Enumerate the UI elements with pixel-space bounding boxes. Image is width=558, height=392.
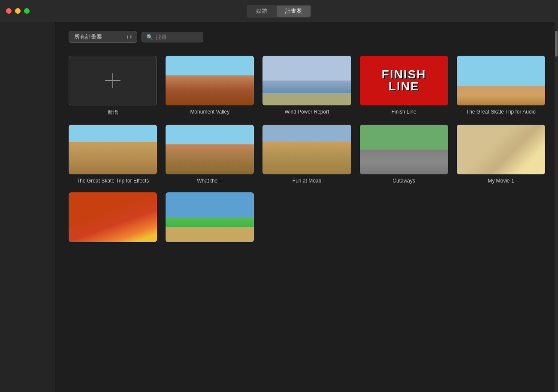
- main-content: 所有計畫案 ⬆⬇ 🔍 新增 Monument Val: [0, 22, 558, 392]
- finish-text-line1: FINISH: [382, 69, 426, 81]
- minimize-button[interactable]: [15, 8, 21, 14]
- scrollbar-thumb[interactable]: [555, 31, 558, 57]
- new-project-label: 新增: [108, 109, 118, 116]
- projects-grid: 新增 Monument Valley Wind Power Report: [69, 56, 545, 245]
- dropdown-arrow-icon: ⬆⬇: [126, 35, 133, 39]
- finish-text-line2: LINE: [389, 81, 419, 93]
- cutaways-label: Cutaways: [392, 178, 415, 184]
- skate-effects-thumbnail[interactable]: [69, 125, 157, 174]
- skate-audio-thumbnail[interactable]: [457, 56, 545, 105]
- fun-moab-thumbnail[interactable]: [262, 125, 351, 174]
- wind-power-thumbnail[interactable]: [262, 56, 351, 105]
- search-box: 🔍: [142, 32, 203, 42]
- bottom2-item[interactable]: [166, 192, 254, 245]
- monument-valley-item[interactable]: Monument Valley: [166, 56, 254, 116]
- what-the-thumbnail[interactable]: [166, 125, 254, 174]
- titlebar: 媒體 計畫案: [0, 0, 558, 22]
- content-area[interactable]: 所有計畫案 ⬆⬇ 🔍 新增 Monument Val: [56, 22, 558, 392]
- skate-audio-item[interactable]: The Great Skate Trip for Audio: [457, 56, 545, 116]
- new-project-thumbnail[interactable]: [69, 56, 157, 105]
- monument-valley-thumbnail[interactable]: [166, 56, 254, 105]
- cutaways-thumbnail[interactable]: [360, 125, 448, 174]
- fun-moab-item[interactable]: Fun at Moab: [262, 125, 351, 184]
- wind-power-label: Wind Power Report: [284, 109, 329, 115]
- bottom1-thumbnail[interactable]: [69, 192, 157, 242]
- search-icon: 🔍: [146, 34, 153, 40]
- what-the-item[interactable]: What the—: [166, 125, 254, 184]
- finish-line-thumbnail[interactable]: FINISH LINE: [360, 56, 448, 105]
- sidebar: [0, 22, 56, 392]
- monument-valley-label: Monument Valley: [190, 109, 229, 115]
- close-button[interactable]: [6, 8, 12, 14]
- tab-media[interactable]: 媒體: [247, 6, 276, 17]
- tab-projects[interactable]: 計畫案: [277, 6, 311, 17]
- project-filter-dropdown[interactable]: 所有計畫案 ⬆⬇: [69, 31, 137, 43]
- plus-icon: [105, 73, 121, 88]
- tab-group: 媒體 計畫案: [247, 5, 311, 18]
- search-input[interactable]: [156, 34, 199, 40]
- skate-effects-label: The Great Skate Trip for Effects: [77, 178, 149, 184]
- cutaways-item[interactable]: Cutaways: [360, 125, 448, 184]
- fun-moab-label: Fun at Moab: [293, 178, 321, 184]
- bottom1-item[interactable]: [69, 192, 157, 245]
- what-the-label: What the—: [197, 178, 223, 184]
- finish-line-label: Finish Line: [392, 109, 416, 115]
- my-movie-label: My Movie 1: [488, 178, 514, 184]
- scrollbar[interactable]: [555, 22, 558, 392]
- traffic-lights: [6, 8, 30, 14]
- skate-audio-label: The Great Skate Trip for Audio: [466, 109, 536, 115]
- toolbar-row: 所有計畫案 ⬆⬇ 🔍: [69, 31, 545, 43]
- finish-line-item[interactable]: FINISH LINE Finish Line: [360, 56, 448, 116]
- bottom2-thumbnail[interactable]: [166, 192, 254, 242]
- skate-effects-item[interactable]: The Great Skate Trip for Effects: [69, 125, 157, 184]
- my-movie-thumbnail[interactable]: [457, 125, 545, 174]
- new-project-item[interactable]: 新增: [69, 56, 157, 116]
- wind-power-item[interactable]: Wind Power Report: [262, 56, 351, 116]
- maximize-button[interactable]: [24, 8, 30, 14]
- my-movie-item[interactable]: My Movie 1: [457, 125, 545, 184]
